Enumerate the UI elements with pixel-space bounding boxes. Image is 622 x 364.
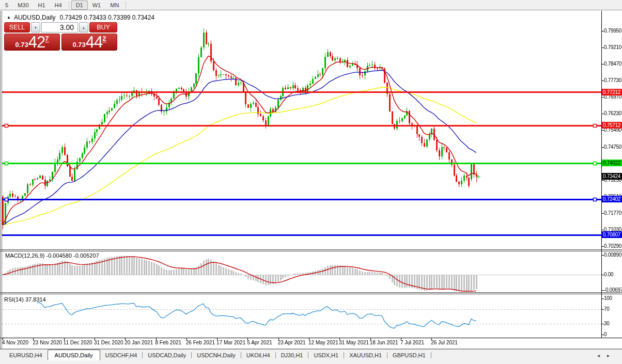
level-price-tag[interactable]: 0.72402 — [602, 196, 622, 202]
buy-price-main: 44 — [86, 36, 102, 49]
triangle-up-icon: ▲ — [82, 26, 86, 29]
timeframe-toolbar: 5M30H1H4D1W1MN — [0, 0, 622, 10]
tab-eurusd-h4[interactable]: EURUSD,H4 — [4, 350, 48, 360]
volume-decrease-button[interactable]: ▼ — [31, 22, 40, 33]
buy-button[interactable]: BUY — [89, 22, 117, 33]
macd-axis-tick: 0.00 — [604, 272, 613, 277]
tab-gbpusd-h1[interactable]: GBPUSD,H1 — [387, 350, 431, 360]
sell-price-prefix: 0.73 — [15, 41, 28, 48]
date-axis-label: 23 Nov 2020 — [33, 340, 62, 345]
tab-scroll-left-button[interactable]: ◂ — [597, 353, 607, 358]
date-axis-label: 7 Jul 2021 — [400, 340, 424, 345]
rsi-axis-tick: 0 — [604, 331, 607, 337]
rsi-axis-tick: 70 — [604, 306, 610, 312]
price-chart-canvas[interactable] — [0, 0, 622, 364]
date-axis-label: 8 Feb 2021 — [156, 340, 182, 345]
rsi-axis-tick: 30 — [604, 321, 610, 326]
date-axis-label: 23 Apr 2021 — [278, 340, 306, 345]
buy-price-prefix: 0.73 — [72, 41, 85, 48]
tab-usdx-h1[interactable]: USDX,H1 — [308, 350, 344, 360]
level-price-tag[interactable]: 0.77212 — [602, 89, 622, 96]
level-price-tag[interactable]: 0.74022 — [602, 160, 622, 166]
tab-scroll-right-button[interactable]: ▸ — [607, 353, 617, 358]
sell-price-display[interactable]: 0.73427 — [4, 34, 60, 51]
date-axis-label: 11 Dec 2020 — [64, 340, 92, 345]
trading-terminal-window: 5M30H1H4D1W1MN ▲AUDUSD,Daily0.73429 0.73… — [0, 0, 622, 364]
date-axis-label: 31 Dec 2020 — [94, 340, 123, 345]
volume-input[interactable] — [41, 22, 78, 33]
triangle-down-icon: ▼ — [34, 26, 38, 29]
price-axis-tick: 0.74750 — [604, 144, 621, 150]
timeframe-button-5[interactable]: 5 — [1, 1, 13, 10]
date-axis-label: 5 Apr 2021 — [247, 340, 272, 345]
tab-scroll-arrows: ◂▸ — [597, 353, 617, 358]
chart-symbol-label: AUDUSD,Daily — [14, 14, 56, 21]
tab-ukoil-h4[interactable]: UKOil,H4 — [241, 350, 275, 360]
macd-axis-tick: -0.00697 — [604, 287, 622, 293]
date-axis-label: 20 Jan 2021 — [125, 340, 153, 345]
rsi-value: 37.8314 — [25, 296, 46, 303]
tab-usdchf-h4[interactable]: USDCHF,H4 — [100, 350, 143, 360]
tab-separator — [431, 352, 431, 358]
macd-indicator-label: MACD(12,26,9) -0.004580 -0.005207 — [5, 252, 99, 259]
rsi-axis-tick: 100 — [604, 295, 612, 301]
macd-values: -0.004580 -0.005207 — [46, 252, 99, 259]
buy-price-pip: 2 — [102, 35, 106, 42]
toolbar-separator — [69, 2, 69, 9]
rsi-indicator-label: RSI(14) 37.8314 — [4, 296, 46, 303]
price-axis-tick: 0.71770 — [604, 210, 621, 216]
price-axis-tick: 0.77730 — [604, 77, 621, 83]
date-axis-label: 17 Mar 2021 — [216, 340, 245, 345]
timeframe-button-m30[interactable]: M30 — [13, 1, 33, 10]
price-axis-tick: 0.79210 — [604, 44, 621, 50]
timeframe-button-h1[interactable]: H1 — [34, 1, 50, 10]
date-axis-label: 31 May 2021 — [339, 340, 369, 345]
sell-button[interactable]: SELL — [4, 22, 30, 33]
level-price-tag[interactable]: 0.70807 — [602, 231, 622, 238]
timeframe-button-mn[interactable]: MN — [105, 1, 123, 10]
price-axis-tick: 0.76230 — [604, 110, 621, 116]
date-axis-label: 26 Feb 2021 — [186, 340, 215, 345]
macd-axis-tick: 0.00890 — [604, 252, 621, 258]
tab-usdcad-daily[interactable]: USDCAD,Daily — [143, 350, 191, 360]
timeframe-button-h4[interactable]: H4 — [50, 1, 67, 10]
tab-xauusd-h1[interactable]: XAUUSD,H1 — [344, 350, 387, 360]
date-axis-label: 18 Jun 2021 — [370, 340, 398, 345]
date-axis-label: 26 Jul 2021 — [431, 340, 458, 345]
price-axis-tick: 0.79950 — [604, 28, 621, 34]
one-click-trading-panel: SELL ▼ ▲ BUY 0.73427 0.73442 — [4, 22, 117, 51]
chart-ohlc-values: 0.73429 0.73433 0.73399 0.73424 — [60, 14, 155, 21]
volume-increase-button[interactable]: ▲ — [79, 22, 88, 33]
buy-price-display[interactable]: 0.73442 — [61, 34, 117, 51]
tab-audusd-daily[interactable]: AUDUSD,Daily — [48, 350, 100, 360]
price-axis-tick: 0.70290 — [604, 243, 621, 249]
timeframe-button-d1[interactable]: D1 — [71, 1, 88, 10]
date-axis-label: 4 Nov 2020 — [2, 340, 28, 345]
tab-dj30-h1[interactable]: DJ30,H1 — [276, 350, 308, 360]
price-axis-tick: 0.78470 — [604, 61, 621, 67]
date-axis-label: 12 May 2021 — [308, 340, 338, 345]
toolbar-separator — [126, 2, 126, 9]
current-price-tag: 0.73424 — [602, 173, 622, 180]
symbol-tab-bar: EURUSD,H4AUDUSD,DailyUSDCHF,H4USDCAD,Dai… — [0, 349, 622, 364]
timeframe-button-w1[interactable]: W1 — [88, 1, 106, 10]
chart-header: ▲AUDUSD,Daily0.73429 0.73433 0.73399 0.7… — [7, 14, 154, 21]
sell-price-pip: 7 — [45, 35, 49, 42]
level-price-tag[interactable]: 0.75712 — [602, 122, 622, 129]
collapse-arrow-icon[interactable]: ▲ — [7, 15, 11, 20]
tab-usdcnh-daily[interactable]: USDCNH,Daily — [192, 350, 241, 360]
sell-price-main: 42 — [28, 36, 45, 49]
